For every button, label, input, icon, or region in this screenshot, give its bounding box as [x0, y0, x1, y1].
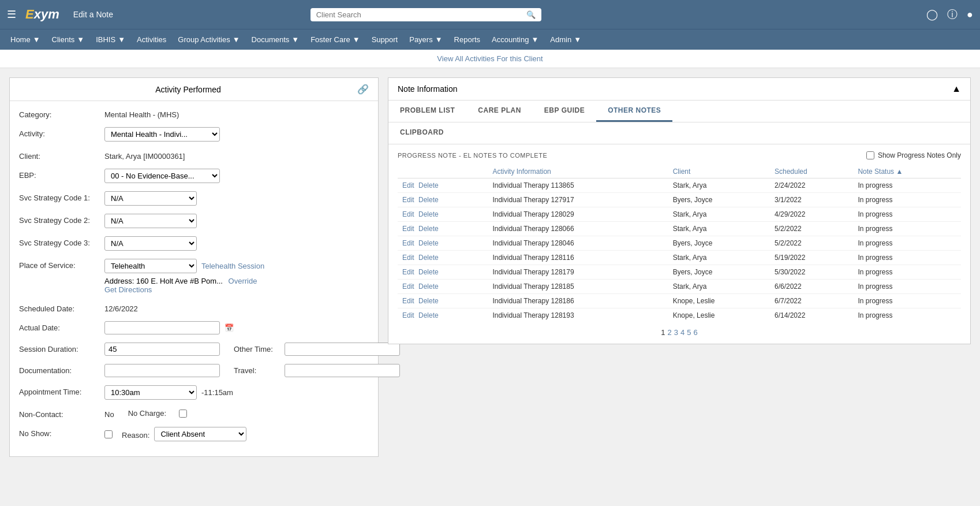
- collapse-icon[interactable]: ▲: [952, 84, 961, 94]
- delete-link[interactable]: Delete: [418, 268, 439, 276]
- documentation-input[interactable]: [104, 364, 220, 377]
- delete-link[interactable]: Delete: [418, 297, 439, 305]
- tab-ebp-guide[interactable]: EBP GUIDE: [533, 101, 596, 122]
- address-block: Address: 160 E. Holt Ave #B Pom... Overr…: [104, 277, 264, 285]
- other-time-label: Other Time:: [234, 345, 280, 354]
- user-icon[interactable]: ●: [967, 9, 973, 21]
- scheduled-date-row: Scheduled Date: 12/6/2022: [19, 302, 369, 313]
- view-all-activities-link[interactable]: View All Activities For this Client: [437, 54, 543, 63]
- delete-link[interactable]: Delete: [418, 210, 439, 218]
- show-progress-checkbox[interactable]: [866, 151, 874, 159]
- nav-payers[interactable]: Payers ▼: [403, 29, 448, 50]
- actual-date-input[interactable]: [104, 321, 220, 334]
- col-note-status[interactable]: Note Status ▲: [853, 165, 961, 178]
- nav-support[interactable]: Support: [366, 29, 404, 50]
- get-directions-block: Get Directions: [104, 285, 264, 294]
- edit-link[interactable]: Edit: [402, 254, 414, 262]
- row-scheduled: 5/2/2022: [770, 222, 853, 236]
- delete-link[interactable]: Delete: [418, 181, 439, 189]
- place-content: Telehealth Telehealth Session Address: 1…: [104, 259, 264, 294]
- delete-link[interactable]: Delete: [418, 239, 439, 247]
- nav-activities[interactable]: Activities: [131, 29, 172, 50]
- top-header: ☰ Exym Edit a Note 🔍 ◯ ⓘ ●: [0, 0, 980, 29]
- svc1-select[interactable]: N/A: [104, 191, 197, 206]
- edit-link[interactable]: Edit: [402, 181, 414, 189]
- tab-clipboard[interactable]: CLIPBOARD: [388, 122, 455, 144]
- appointment-end-time: -11:15am: [201, 388, 233, 397]
- edit-link[interactable]: Edit: [402, 268, 414, 276]
- calendar-icon[interactable]: 📅: [225, 323, 234, 332]
- edit-link[interactable]: Edit: [402, 239, 414, 247]
- left-panel: Activity Performed 🔗 Category: Mental He…: [9, 77, 379, 457]
- col-client[interactable]: Client: [668, 165, 770, 178]
- nav-foster-care[interactable]: Foster Care ▼: [305, 29, 366, 50]
- edit-link[interactable]: Edit: [402, 196, 414, 204]
- hamburger-icon[interactable]: ☰: [7, 8, 16, 21]
- home-dropdown-icon: ▼: [33, 35, 40, 44]
- page-6-link[interactable]: 6: [693, 328, 697, 337]
- nav-reports[interactable]: Reports: [448, 29, 487, 50]
- svc2-select[interactable]: N/A: [104, 214, 197, 228]
- page-3-link[interactable]: 3: [674, 328, 678, 337]
- svc3-select[interactable]: N/A: [104, 236, 197, 251]
- client-row: Client: Stark, Arya [IM0000361]: [19, 150, 369, 161]
- note-panel-header: Note Information ▲: [388, 78, 970, 101]
- table-row: Edit Delete Individual Therapy 128066 St…: [398, 222, 961, 236]
- row-scheduled: 3/1/2022: [770, 193, 853, 207]
- page-5-link[interactable]: 5: [687, 328, 691, 337]
- help-icon[interactable]: ⓘ: [947, 8, 957, 21]
- get-directions-link[interactable]: Get Directions: [104, 285, 152, 294]
- row-scheduled: 5/19/2022: [770, 251, 853, 265]
- no-show-checkbox[interactable]: [104, 430, 113, 438]
- panel-expand-icon[interactable]: 🔗: [357, 84, 369, 95]
- row-client: Stark, Arya: [668, 207, 770, 222]
- delete-link[interactable]: Delete: [418, 254, 439, 262]
- page-2-link[interactable]: 2: [668, 328, 672, 337]
- search-input[interactable]: [316, 10, 522, 19]
- edit-link[interactable]: Edit: [402, 282, 414, 291]
- tab-problem-list[interactable]: PROBLEM LIST: [388, 101, 466, 122]
- no-charge-checkbox[interactable]: [179, 410, 187, 418]
- other-time-input[interactable]: [285, 343, 400, 356]
- edit-note-label: Edit a Note: [73, 10, 113, 19]
- col-activity-info[interactable]: Activity Information: [488, 165, 668, 178]
- edit-link[interactable]: Edit: [402, 225, 414, 233]
- toggle-icon[interactable]: ◯: [926, 8, 938, 21]
- nav-group-activities[interactable]: Group Activities ▼: [172, 29, 245, 50]
- override-link[interactable]: Override: [229, 277, 257, 285]
- telehealth-session-link[interactable]: Telehealth Session: [201, 262, 264, 270]
- nav-ibhis[interactable]: IBHIS ▼: [90, 29, 131, 50]
- other-time-group: Other Time:: [234, 343, 400, 356]
- travel-input[interactable]: [285, 364, 400, 377]
- tab-other-notes[interactable]: OTHER NOTES: [596, 101, 672, 122]
- ebp-select[interactable]: 00 - No Evidence-Base...: [104, 169, 220, 183]
- delete-link[interactable]: Delete: [418, 196, 439, 204]
- col-scheduled[interactable]: Scheduled: [770, 165, 853, 178]
- edit-link[interactable]: Edit: [402, 297, 414, 305]
- nav-clients[interactable]: Clients ▼: [46, 29, 91, 50]
- session-duration-input[interactable]: [104, 343, 220, 356]
- reason-select[interactable]: Client Absent: [154, 427, 246, 441]
- row-actions: Edit Delete: [398, 251, 488, 265]
- nav-admin[interactable]: Admin ▼: [544, 29, 587, 50]
- ebp-row: EBP: 00 - No Evidence-Base...: [19, 169, 369, 183]
- no-charge-label: No Charge:: [128, 409, 174, 418]
- nav-home[interactable]: Home ▼: [5, 29, 46, 50]
- row-status: In progress: [853, 280, 961, 294]
- note-table: Activity Information Client Scheduled No…: [398, 165, 961, 322]
- tab-care-plan[interactable]: CARE PLAN: [466, 101, 533, 122]
- appointment-time-select[interactable]: 10:30am: [104, 385, 197, 400]
- delete-link[interactable]: Delete: [418, 311, 439, 319]
- place-select[interactable]: Telehealth: [104, 259, 197, 273]
- nav-documents[interactable]: Documents ▼: [246, 29, 305, 50]
- search-icon[interactable]: 🔍: [526, 10, 536, 19]
- delete-link[interactable]: Delete: [418, 282, 439, 291]
- delete-link[interactable]: Delete: [418, 225, 439, 233]
- row-actions: Edit Delete: [398, 193, 488, 207]
- row-activity: Individual Therapy 128046: [488, 236, 668, 251]
- nav-accounting[interactable]: Accounting ▼: [486, 29, 544, 50]
- edit-link[interactable]: Edit: [402, 311, 414, 319]
- edit-link[interactable]: Edit: [402, 210, 414, 218]
- activity-select[interactable]: Mental Health - Indivi...: [104, 127, 220, 142]
- page-4-link[interactable]: 4: [680, 328, 684, 337]
